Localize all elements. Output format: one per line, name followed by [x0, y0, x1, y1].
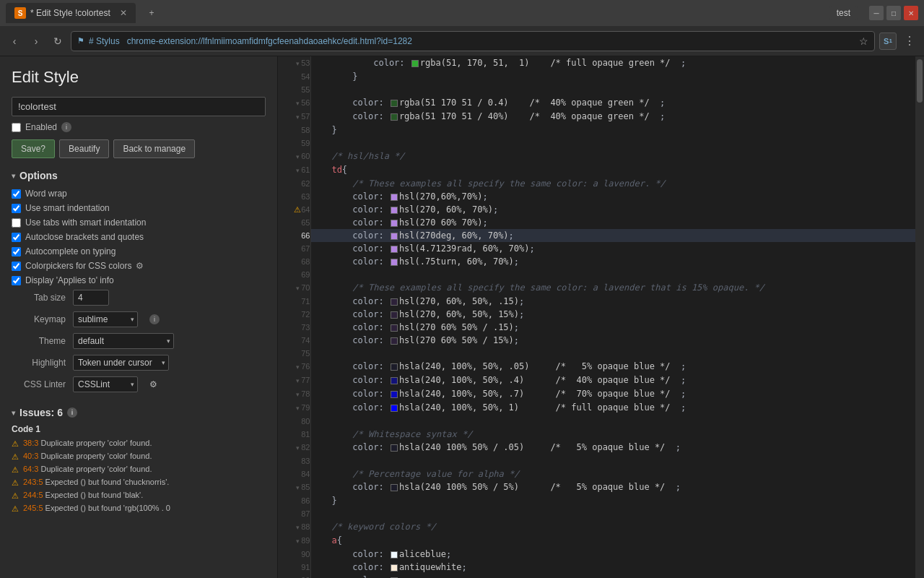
save-button[interactable]: Save? — [12, 139, 55, 158]
back-to-manage-button[interactable]: Back to manage — [113, 139, 195, 158]
enabled-info-icon[interactable]: i — [61, 122, 71, 132]
code-line[interactable]: color: rgba(51 170 51 / 0.4) /* 40% opaq… — [310, 96, 915, 110]
theme-select[interactable]: default — [73, 333, 174, 349]
code-line[interactable]: color: aliceblue; — [310, 548, 915, 561]
new-tab-button[interactable]: + — [141, 3, 162, 23]
code-line[interactable]: color: hsl(270 60% 50% / .15); — [310, 321, 915, 334]
fold-arrow-icon[interactable]: ▾ — [296, 444, 300, 452]
code-line[interactable]: /* Percentage value for alpha */ — [310, 467, 915, 480]
code-line[interactable]: color: hsla(240 100% 50% / 5%) /* 5% opa… — [310, 480, 915, 494]
fold-arrow-icon[interactable]: ▾ — [296, 363, 300, 371]
fold-arrow-icon[interactable]: ▾ — [296, 285, 300, 292]
color-swatch[interactable] — [411, 60, 419, 67]
forward-button[interactable]: › — [27, 33, 45, 50]
style-name-input[interactable] — [12, 97, 266, 116]
css-linter-select[interactable]: CSSLint — [73, 376, 138, 392]
scrollbar-thumb[interactable] — [917, 59, 923, 103]
color-swatch[interactable] — [391, 100, 398, 107]
color-swatch[interactable] — [391, 220, 398, 227]
code-line[interactable]: } — [310, 124, 915, 137]
code-line[interactable] — [310, 507, 915, 520]
fold-arrow-icon[interactable]: ▾ — [296, 100, 300, 107]
color-swatch[interactable] — [391, 207, 398, 214]
code-line[interactable]: color: hsl(.75turn, 60%, 70%); — [310, 255, 915, 268]
fold-arrow-icon[interactable]: ▾ — [296, 60, 300, 67]
fold-arrow-icon[interactable]: ▾ — [296, 524, 300, 531]
enabled-checkbox[interactable] — [12, 123, 21, 132]
active-tab[interactable]: S * Edit Style !colortest ✕ — [6, 3, 136, 23]
code-line[interactable]: color: hsl(270,60%,70%); — [310, 190, 915, 203]
keymap-info-icon[interactable]: i — [149, 314, 160, 324]
code-line[interactable]: color: rgba(51, 170, 51, 1) /* full opaq… — [310, 56, 915, 70]
code-line[interactable]: a{ — [310, 534, 915, 548]
maximize-button[interactable]: □ — [886, 6, 901, 20]
code-line[interactable]: td{ — [310, 163, 915, 177]
fold-arrow-icon[interactable]: ▾ — [296, 484, 300, 491]
beautify-button[interactable]: Beautify — [59, 139, 109, 158]
highlight-select[interactable]: Token under cursor — [73, 355, 169, 371]
word-wrap-checkbox[interactable] — [12, 189, 21, 199]
fold-arrow-icon[interactable]: ▾ — [296, 113, 300, 121]
code-content-area[interactable]: ▾53 color: rgba(51, 170, 51, 1) /* full … — [278, 56, 915, 578]
code-line[interactable]: color: aqua; — [310, 574, 915, 578]
color-swatch[interactable] — [391, 405, 398, 412]
scrollbar[interactable] — [915, 56, 924, 578]
autoclose-checkbox[interactable] — [12, 233, 21, 242]
color-swatch[interactable] — [391, 564, 398, 571]
code-line[interactable]: color: hsl(270, 60%, 50%, .15); — [310, 295, 915, 308]
code-line[interactable]: color: hsl(270, 60%, 70%); — [310, 203, 915, 216]
code-line[interactable]: } — [310, 494, 915, 507]
minimize-button[interactable]: ─ — [869, 6, 884, 20]
color-swatch[interactable] — [391, 194, 398, 201]
code-line[interactable]: color: antiquewhite; — [310, 561, 915, 574]
code-line[interactable] — [310, 454, 915, 467]
color-swatch[interactable] — [391, 363, 398, 371]
bookmark-star[interactable]: ☆ — [859, 35, 868, 47]
code-line[interactable]: /* These examples all specify the same c… — [310, 281, 915, 295]
css-linter-gear-icon[interactable]: ⚙ — [149, 379, 157, 389]
code-line[interactable]: color: hsl(270deg, 60%, 70%); — [310, 229, 915, 242]
code-line[interactable]: color: hsla(240, 100%, 50%, .05) /* 5% o… — [310, 360, 915, 374]
fold-arrow-icon[interactable]: ▾ — [296, 167, 300, 174]
code-line[interactable] — [310, 268, 915, 281]
fold-arrow-icon[interactable]: ▾ — [296, 538, 300, 545]
smart-indent-checkbox[interactable] — [12, 204, 21, 213]
applies-to-checkbox[interactable] — [12, 276, 21, 285]
code-line[interactable]: /* hsl/hsla */ — [310, 150, 915, 163]
extra-tab[interactable]: test — [829, 6, 858, 20]
color-swatch[interactable] — [391, 233, 398, 240]
issues-section-header[interactable]: ▾ Issues: 6 i — [12, 407, 266, 418]
code-line[interactable]: color: hsl(270 60% 70%); — [310, 216, 915, 229]
fold-arrow-icon[interactable]: ▾ — [296, 377, 300, 384]
address-input-wrapper[interactable]: ⚑ # Stylus chrome-extension://lfnlmiimoa… — [71, 31, 875, 51]
code-line[interactable]: } — [310, 70, 915, 83]
color-swatch[interactable] — [391, 113, 398, 121]
color-swatch[interactable] — [391, 298, 398, 306]
code-editor[interactable]: ▾53 color: rgba(51, 170, 51, 1) /* full … — [278, 56, 924, 578]
colorpickers-checkbox[interactable] — [12, 262, 21, 271]
color-swatch[interactable] — [391, 444, 398, 452]
tab-size-input[interactable] — [73, 290, 109, 306]
stylus-ext-icon[interactable]: S1 — [879, 33, 897, 50]
code-line[interactable]: color: hsla(240, 100%, 50%, 1) /* full o… — [310, 401, 915, 415]
code-line[interactable]: /* keyword colors */ — [310, 520, 915, 534]
color-swatch[interactable] — [391, 484, 398, 491]
color-swatch[interactable] — [391, 377, 398, 384]
code-line[interactable]: color: hsl(270 60% 50% / 15%); — [310, 334, 915, 347]
code-line[interactable]: color: hsl(270, 60%, 50%, 15%); — [310, 308, 915, 321]
options-section-header[interactable]: ▾ Options — [12, 170, 266, 181]
code-line[interactable]: color: hsla(240 100% 50% / .05) /* 5% op… — [310, 441, 915, 454]
color-swatch[interactable] — [391, 246, 398, 253]
code-line[interactable]: color: hsla(240, 100%, 50%, .4) /* 40% o… — [310, 374, 915, 387]
code-line[interactable] — [310, 83, 915, 96]
code-line[interactable] — [310, 415, 915, 428]
code-line[interactable]: color: hsla(240, 100%, 50%, .7) /* 70% o… — [310, 387, 915, 401]
fold-arrow-icon[interactable]: ▾ — [296, 391, 300, 398]
back-button[interactable]: ‹ — [6, 33, 23, 50]
colorpickers-gear-icon[interactable]: ⚙ — [136, 261, 144, 271]
fold-arrow-icon[interactable]: ▾ — [296, 153, 300, 160]
code-line[interactable]: color: hsl(4.71239rad, 60%, 70%); — [310, 242, 915, 255]
color-swatch[interactable] — [391, 391, 398, 398]
color-swatch[interactable] — [391, 311, 398, 319]
tabs-indent-checkbox[interactable] — [12, 218, 21, 228]
